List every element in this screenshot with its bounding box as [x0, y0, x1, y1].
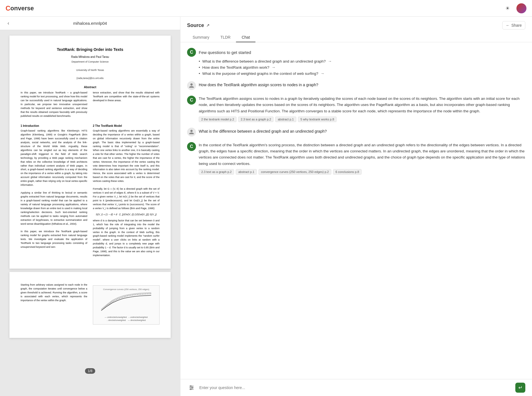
starter-header: C Few questions to get started	[187, 48, 525, 57]
intro-title: 1 Introduction	[21, 124, 87, 128]
pdf-page-1: TextRank: Bringing Order into Texts Rada…	[9, 36, 171, 269]
app-header: C onverse ☀	[0, 0, 532, 17]
intro-p3: In this paper, we introduce the TextRank…	[21, 230, 87, 249]
abstract-title: Abstract	[21, 85, 160, 90]
source-label: Source ↗	[187, 23, 210, 28]
settings-icon[interactable]	[187, 383, 196, 392]
arrow-right-icon-3: →	[320, 71, 324, 76]
starter-question-1[interactable]: What is the difference between a directe…	[199, 59, 525, 63]
ai-message-1: C The TextRank algorithm assigns scores …	[187, 96, 525, 122]
graph-legend: — undirected/unweighted -- undirected/we…	[95, 316, 157, 322]
main-container: ‹ mihalcea.emnlp04 TextRank: Bringing Or…	[0, 17, 532, 396]
tab-bar: Summary TLDR Chat	[187, 33, 525, 42]
abstract-cols: In this paper, we introduce TextRank – a…	[21, 91, 160, 118]
user-message-1-text: How does the TextRank algorithm assign s…	[199, 81, 318, 87]
pdf-filename: mihalcea.emnlp04	[16, 21, 165, 26]
citation-2-2[interactable]: abstract p.1	[236, 169, 257, 175]
graph-label: Convergence curves (250 vertices, 250 ed…	[95, 288, 157, 291]
ai-starter-icon: C	[187, 48, 196, 57]
svg-point-5	[190, 389, 191, 390]
source-row: Source ↗ ← Share	[187, 21, 525, 29]
sun-icon[interactable]: ☀	[503, 4, 512, 13]
section2-title: 2 The TextRank Model	[93, 124, 160, 128]
chat-input-area: ↵	[180, 379, 532, 396]
chat-send-button[interactable]: ↵	[515, 383, 525, 393]
arrow-right-icon-2: →	[272, 65, 275, 70]
citations-1: 2 the textrank model p.2 2.3 text as a g…	[199, 117, 525, 122]
pdf-panel: ‹ mihalcea.emnlp04 TextRank: Bringing Or…	[0, 17, 180, 396]
abstract-col-left: In this paper, we introduce TextRank – a…	[21, 91, 87, 118]
citation-2-1[interactable]: 2.3 text as a graph p.2	[199, 169, 234, 175]
pdf-back-button[interactable]: ‹	[4, 19, 12, 27]
share-button[interactable]: ← Share	[502, 21, 525, 29]
starter-question-3[interactable]: What is the purpose of weighted graphs i…	[199, 71, 525, 76]
user-avatar-icon-1	[187, 81, 196, 90]
user-avatar-icon-2	[187, 128, 196, 137]
pdf-page-2: Starting from arbitrary values assigned …	[9, 272, 171, 338]
section2-formula-text: Formally, let G = (V, E) be a directed g…	[93, 187, 160, 211]
ai-message-2-text: In the context of the TextRank algorithm…	[199, 142, 525, 167]
chat-input[interactable]	[199, 385, 512, 390]
ai-message-1-container: The TextRank algorithm assigns scores to…	[199, 96, 525, 122]
person-icon	[189, 83, 194, 88]
citation-1-3[interactable]: abstract p.1	[275, 117, 296, 122]
user-message-2: What is the difference between a directe…	[187, 128, 525, 137]
share-label: Share	[511, 23, 522, 28]
ai-message-2: C In the context of the TextRank algorit…	[187, 142, 525, 175]
citations-2: 2.3 text as a graph p.2 abstract p.1 con…	[199, 169, 525, 175]
page2-cols: Starting from arbitrary values assigned …	[21, 283, 160, 326]
ai-message-2-container: In the context of the TextRank algorithm…	[199, 142, 525, 175]
page2-col-right: Convergence curves (250 vertices, 250 ed…	[93, 283, 160, 326]
citation-2-3[interactable]: convergence curves (250 vertices, 250 ed…	[258, 169, 331, 175]
tab-chat[interactable]: Chat	[236, 33, 255, 42]
logo-text: onverse	[10, 5, 34, 12]
citation-2-4[interactable]: 6 conclusions p.8	[333, 169, 362, 175]
header-icons: ☀	[503, 3, 526, 13]
ai-icon-1: C	[187, 96, 196, 105]
section2-formula-text2: where d is a damping factor that can be …	[93, 219, 160, 258]
pdf-affil2: University of North Texas	[21, 68, 160, 72]
app-logo: C onverse	[6, 4, 34, 12]
pdf-affil1: Department of Computer Science	[21, 60, 160, 64]
convergence-graph: Convergence curves (250 vertices, 250 ed…	[93, 285, 160, 324]
chat-panel: Source ↗ ← Share Summary TLDR Chat C Few…	[180, 17, 532, 396]
share-icon: ←	[506, 23, 510, 28]
user-avatar[interactable]	[516, 3, 526, 13]
page-indicator: 1/8	[85, 368, 95, 374]
graph-svg	[101, 291, 151, 313]
ai-message-1-text: The TextRank algorithm assigns scores to…	[199, 96, 525, 114]
abstract-col-right: tence extraction, and show that the resu…	[93, 91, 160, 118]
user-message-1: How does the TextRank algorithm assign s…	[187, 81, 525, 90]
svg-point-3	[190, 386, 191, 387]
chat-header: Source ↗ ← Share Summary TLDR Chat	[180, 17, 532, 42]
tab-tldr[interactable]: TLDR	[215, 33, 236, 42]
starter-question-2[interactable]: How does the TextRank algorithm work? →	[199, 65, 525, 70]
pdf-title: TextRank: Bringing Order into Texts	[21, 47, 160, 53]
tab-summary[interactable]: Summary	[187, 33, 215, 42]
citation-1-4[interactable]: 5 why textrank works p.8	[298, 117, 337, 122]
starter-q1-text: What is the difference between a directe…	[202, 59, 326, 63]
citation-1-1[interactable]: 2 the textrank model p.2	[199, 117, 237, 122]
user-message-2-text: What is the difference between a directe…	[199, 128, 327, 133]
arrow-right-icon: →	[328, 59, 332, 63]
starter-questions: What is the difference between a directe…	[187, 59, 525, 76]
citation-1-2[interactable]: 2.3 text as a graph p.2	[238, 117, 274, 122]
starter-section: C Few questions to get started What is t…	[187, 48, 525, 76]
starter-title: Few questions to get started	[199, 50, 251, 55]
starter-q2-text: How does the TextRank algorithm work?	[202, 65, 269, 70]
pdf-formula: S(V_i) = (1 − d) + d · Σ_{j∈In(V_i)} (1/…	[93, 213, 160, 217]
intro-col-left: 1 Introduction Graph-based ranking algor…	[21, 122, 87, 258]
page2-col-left: Starting from arbitrary values assigned …	[21, 283, 87, 326]
chat-body[interactable]: C Few questions to get started What is t…	[180, 42, 532, 379]
person-icon-2	[189, 129, 194, 135]
logo-c-letter: C	[6, 4, 10, 12]
pdf-authors: Rada Mihalcea and Paul Tarau	[21, 55, 160, 59]
intro-p1: Graph-based ranking algorithms like Klei…	[21, 129, 87, 187]
external-link-icon[interactable]: ↗	[206, 23, 210, 28]
starter-q3-text: What is the purpose of weighted graphs i…	[202, 71, 318, 76]
svg-point-4	[192, 387, 193, 388]
pdf-affil3: {rada,tarau}@cs.unt.edu	[21, 76, 160, 80]
source-text: Source	[187, 23, 204, 28]
pdf-content[interactable]: TextRank: Bringing Order into Texts Rada…	[0, 30, 180, 396]
pdf-toolbar: ‹ mihalcea.emnlp04	[0, 17, 180, 30]
